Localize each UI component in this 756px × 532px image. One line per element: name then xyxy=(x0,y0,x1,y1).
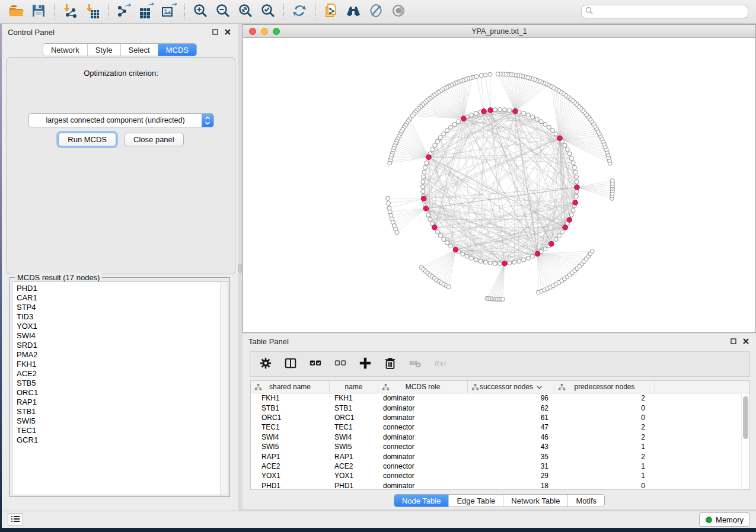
network-node[interactable] xyxy=(387,201,391,206)
network-node[interactable] xyxy=(567,152,572,156)
network-node[interactable] xyxy=(547,125,551,129)
network-node[interactable] xyxy=(442,237,446,241)
result-node[interactable]: ORC1 xyxy=(17,388,228,398)
table-scrollbar-thumb[interactable] xyxy=(743,396,748,439)
network-node[interactable] xyxy=(493,108,497,112)
network-node[interactable] xyxy=(554,132,558,136)
network-node[interactable] xyxy=(433,143,437,148)
vertical-splitter-handle[interactable] xyxy=(238,264,242,273)
network-node[interactable] xyxy=(474,258,478,262)
network-node[interactable] xyxy=(565,148,569,152)
open-folder-button[interactable] xyxy=(5,2,27,21)
network-node[interactable] xyxy=(422,175,426,179)
network-node[interactable] xyxy=(554,237,558,241)
import-network-button[interactable] xyxy=(59,2,81,21)
result-node[interactable]: CAR1 xyxy=(17,293,228,303)
network-node[interactable] xyxy=(386,196,390,200)
tab-edge-table[interactable]: Edge Table xyxy=(448,495,503,507)
network-node[interactable] xyxy=(422,170,426,174)
mcds-hub-node[interactable] xyxy=(557,136,563,141)
network-node[interactable] xyxy=(442,132,446,136)
result-node[interactable]: STB5 xyxy=(17,379,228,388)
table-row[interactable]: STB1STB1dominator620 xyxy=(251,403,749,412)
network-node[interactable] xyxy=(535,117,539,121)
network-node[interactable] xyxy=(574,175,578,179)
import-table-button[interactable] xyxy=(81,2,104,21)
network-node[interactable] xyxy=(498,108,502,112)
table-row[interactable]: ACE2ACE2connector311 xyxy=(251,462,749,471)
float-icon[interactable] xyxy=(211,28,219,36)
mcds-hub-node[interactable] xyxy=(481,109,487,114)
table-row[interactable]: SWI4SWI4dominator462 xyxy=(251,432,749,442)
save-button[interactable] xyxy=(27,2,50,21)
deselect-all-button[interactable] xyxy=(332,356,349,373)
mcds-hub-node[interactable] xyxy=(423,206,429,211)
result-node[interactable]: RAP1 xyxy=(17,398,228,407)
tab-select[interactable]: Select xyxy=(120,44,158,56)
refresh-button[interactable] xyxy=(288,2,311,21)
network-node[interactable] xyxy=(479,73,483,78)
column-header-name[interactable]: name xyxy=(330,381,378,393)
network-node[interactable] xyxy=(430,148,435,152)
column-header-shared-name[interactable]: shared name xyxy=(251,381,330,393)
network-node[interactable] xyxy=(423,165,428,169)
mcds-hub-node[interactable] xyxy=(513,108,518,114)
table-row[interactable]: FKH1FKH1dominator962 xyxy=(251,393,749,403)
network-node[interactable] xyxy=(438,233,442,238)
network-node[interactable] xyxy=(483,260,487,264)
export-table-button[interactable] xyxy=(135,2,158,21)
result-node[interactable]: GCR1 xyxy=(17,435,228,445)
network-node[interactable] xyxy=(522,258,526,262)
network-node[interactable] xyxy=(574,194,578,198)
mcds-hub-node[interactable] xyxy=(502,261,508,266)
zoom-selected-button[interactable] xyxy=(257,2,279,21)
network-node[interactable] xyxy=(508,261,512,265)
tab-style[interactable]: Style xyxy=(87,44,120,56)
mcds-hub-node[interactable] xyxy=(575,185,580,190)
result-node[interactable]: STP4 xyxy=(17,303,228,312)
gear-button[interactable] xyxy=(257,356,274,373)
columns-button[interactable] xyxy=(282,356,299,373)
network-node[interactable] xyxy=(539,120,543,124)
add-button[interactable] xyxy=(357,356,374,373)
search-objects-button[interactable] xyxy=(342,2,365,21)
network-node[interactable] xyxy=(446,285,451,289)
column-header-predecessor-nodes[interactable]: predecessor nodes xyxy=(554,381,655,393)
network-node[interactable] xyxy=(426,213,430,217)
zoom-fit-button[interactable] xyxy=(234,2,257,21)
network-node[interactable] xyxy=(425,161,429,165)
table-row[interactable]: YOX1YOX1connector291 xyxy=(251,471,749,480)
column-header-successor-nodes[interactable]: successor nodes xyxy=(468,381,554,393)
network-node[interactable] xyxy=(543,247,547,251)
criterion-dropdown[interactable]: largest connected component (undirected) xyxy=(28,113,214,127)
mcds-hub-node[interactable] xyxy=(461,116,467,121)
network-node[interactable] xyxy=(421,190,425,194)
network-node[interactable] xyxy=(512,260,516,264)
network-node[interactable] xyxy=(543,122,547,126)
network-node[interactable] xyxy=(575,180,579,184)
select-all-button[interactable] xyxy=(307,356,324,373)
table-row[interactable]: PHD1PHD1dominator180 xyxy=(251,481,749,490)
network-node[interactable] xyxy=(395,230,399,235)
network-node[interactable] xyxy=(435,230,439,234)
tab-node-table[interactable]: Node Table xyxy=(394,495,449,507)
mcds-hub-node[interactable] xyxy=(426,155,432,160)
mcds-hub-node[interactable] xyxy=(488,108,493,113)
network-node[interactable] xyxy=(531,254,535,258)
memory-button[interactable]: Memory xyxy=(699,512,750,527)
tab-mcds[interactable]: MCDS xyxy=(158,44,196,56)
network-node[interactable] xyxy=(461,252,465,256)
task-history-button[interactable] xyxy=(8,513,23,526)
close-panel-button[interactable]: Close panel xyxy=(124,133,184,146)
network-node[interactable] xyxy=(388,161,392,165)
network-node[interactable] xyxy=(493,261,497,265)
network-node[interactable] xyxy=(449,244,453,248)
result-node[interactable]: SRD1 xyxy=(17,341,228,350)
network-node[interactable] xyxy=(428,217,432,222)
network-node[interactable] xyxy=(445,129,449,133)
network-node[interactable] xyxy=(563,143,567,148)
result-node[interactable]: TID3 xyxy=(17,312,228,322)
network-node[interactable] xyxy=(421,185,425,189)
network-window-titlebar[interactable]: YPA_prune.txt_1 xyxy=(243,25,755,38)
network-node[interactable] xyxy=(569,213,573,217)
